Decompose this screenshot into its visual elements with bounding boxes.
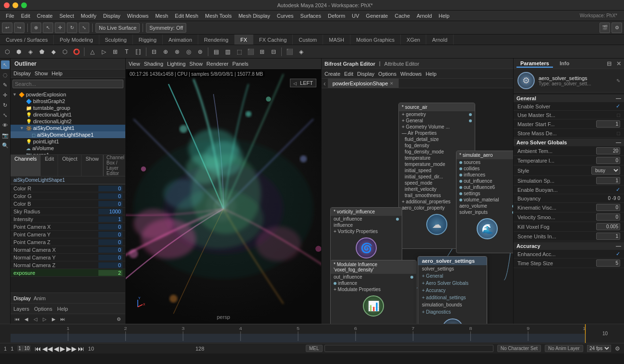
tab-sculpting[interactable]: Sculpting	[99, 35, 133, 45]
menu-display[interactable]: Display	[100, 12, 123, 20]
params-close-icon[interactable]: ✕	[616, 60, 621, 67]
tree-item-turntable[interactable]: 📁 turntable_group	[11, 105, 125, 111]
menu-edit[interactable]: Edit	[18, 12, 33, 20]
pb-next-key[interactable]: ⏭	[59, 315, 67, 323]
node-simulate-aero[interactable]: * simulate_aero sources collides influen…	[456, 151, 513, 253]
viewport-panel[interactable]: View Shading Lighting Show Renderer Pane…	[126, 59, 322, 324]
tool-5[interactable]: ◆	[48, 47, 59, 57]
tool-show-hide[interactable]: 👁	[1, 121, 10, 129]
pb-play-back[interactable]: ◁	[32, 315, 39, 323]
tool-17[interactable]: ⊛	[195, 47, 205, 57]
tool-11[interactable]: T	[121, 47, 132, 57]
tool-13[interactable]: ⊟	[149, 47, 159, 57]
kinematic-visc-input[interactable]	[596, 204, 620, 211]
help-tab-outliner[interactable]: Help	[57, 306, 68, 312]
bif-menu-create[interactable]: Create	[324, 71, 340, 77]
vp-menu-show[interactable]: Show	[190, 61, 203, 67]
fps-dropdown[interactable]: 24 fps 30 fps 60 fps	[587, 345, 611, 352]
select-btn[interactable]: ↖	[43, 23, 53, 33]
menu-uv[interactable]: UV	[349, 12, 362, 20]
params-tab-info[interactable]: Info	[556, 60, 573, 68]
tool-search[interactable]: 🔍	[1, 141, 10, 150]
tool-24[interactable]: ⬛	[284, 47, 295, 57]
layers-tab[interactable]: Layers	[13, 306, 29, 312]
vp-menu-renderer[interactable]: Renderer	[206, 61, 228, 67]
menu-windows[interactable]: Windows	[124, 12, 152, 20]
vp-menu-panels[interactable]: Panels	[232, 61, 249, 67]
tool-15[interactable]: ⊗	[172, 47, 182, 57]
style-dropdown[interactable]: busy fast slow	[591, 166, 620, 175]
outliner-search-input[interactable]	[12, 80, 123, 88]
tool-16[interactable]: ◎	[183, 47, 194, 57]
tree-item-powder-explosion[interactable]: ▼ 🔶 powderExplosion	[11, 91, 125, 98]
tool-23[interactable]: ⊟	[268, 47, 279, 57]
tree-item-point-light[interactable]: 💡 pointLight1	[11, 138, 125, 145]
tool-rotate[interactable]: ↻	[1, 101, 10, 109]
tool-select[interactable]: ↖	[1, 60, 10, 69]
menu-curves[interactable]: Curves	[274, 12, 297, 20]
bif-menu-options[interactable]: Options	[378, 71, 396, 77]
sim-speed-input[interactable]	[596, 177, 620, 184]
collapse-accuracy[interactable]: —	[616, 243, 621, 249]
menu-modify[interactable]: Modify	[78, 12, 99, 20]
bif-menu-windows[interactable]: Windows	[400, 71, 422, 77]
menu-cache[interactable]: Cache	[392, 12, 413, 20]
tool-2[interactable]: ⬢	[13, 47, 24, 57]
vp-menu-shading[interactable]: Shading	[144, 61, 163, 67]
tab-mash[interactable]: MASH	[323, 35, 350, 45]
render-btn[interactable]: 🎬	[600, 23, 610, 33]
time-step-size-input[interactable]	[596, 259, 620, 267]
popup-general[interactable]: + General	[418, 272, 487, 280]
maximize-button[interactable]	[21, 2, 27, 8]
tool-7[interactable]: ⭕	[71, 47, 82, 57]
tree-item-ai-volume[interactable]: ☁ aiVolume	[11, 145, 125, 152]
menu-mesh[interactable]: Mesh	[152, 12, 171, 20]
params-dock-icon[interactable]: ⊟	[607, 60, 612, 67]
display-tab[interactable]: Display	[13, 295, 31, 301]
menu-deform[interactable]: Deform	[325, 12, 348, 20]
tab-animation[interactable]: Animation	[163, 35, 198, 45]
tab-poly-modeling[interactable]: Poly Modeling	[54, 35, 99, 45]
tab-arnold[interactable]: Arnold	[426, 35, 454, 45]
ambient-temp-input[interactable]	[596, 147, 620, 154]
collapse-general[interactable]: —	[616, 95, 621, 101]
preferences-icon[interactable]: ⚙	[615, 345, 620, 352]
pb-next-key[interactable]: ▶▶	[66, 345, 77, 352]
symmetry-label[interactable]: Symmetry: Off	[146, 23, 186, 33]
bifrost-canvas[interactable]: * source_air + geometry + General + Geom…	[322, 88, 513, 324]
menu-help[interactable]: Help	[436, 12, 453, 20]
popup-aero-globals[interactable]: + Aero Solver Globals	[418, 280, 487, 287]
undo-btn[interactable]: ↩	[2, 23, 12, 33]
pb-to-start[interactable]: ⏮	[35, 345, 41, 352]
tab-rendering[interactable]: Rendering	[198, 35, 235, 45]
menu-file[interactable]: File	[3, 12, 17, 20]
tool-move[interactable]: ✛	[1, 91, 10, 99]
tab-fx[interactable]: FX	[235, 35, 253, 45]
tool-camera[interactable]: 📷	[1, 131, 10, 140]
options-tab[interactable]: Options	[34, 306, 52, 312]
bif-menu-display[interactable]: Display	[357, 71, 374, 77]
popup-solver-settings[interactable]: solver_settings	[418, 265, 487, 272]
menu-create[interactable]: Create	[34, 12, 56, 20]
tool-21[interactable]: ⬛	[245, 47, 256, 57]
section-general-header[interactable]: General —	[514, 94, 624, 102]
tab-xgen[interactable]: XGen	[401, 35, 426, 45]
transform-btn[interactable]: ⊕	[31, 23, 41, 33]
node-aero-solver-popup[interactable]: aero_solver_settings solver_settings + G…	[418, 256, 487, 324]
popup-accuracy[interactable]: + Accuracy	[418, 287, 487, 294]
popup-add-settings[interactable]: + additional_settings	[418, 294, 487, 301]
outliner-menu-help[interactable]: Help	[52, 70, 63, 76]
tool-scale[interactable]: ⤡	[1, 111, 10, 119]
rotate-btn[interactable]: ↻	[67, 23, 77, 33]
tab-motion-graphics[interactable]: Motion Graphics	[350, 35, 401, 45]
tab-rigging[interactable]: Rigging	[133, 35, 163, 45]
velocity-smoo-input[interactable]	[596, 213, 620, 221]
tab-custom[interactable]: Custom	[293, 35, 323, 45]
tool-10[interactable]: ⊞	[110, 47, 120, 57]
move-btn[interactable]: ✛	[55, 23, 65, 33]
tool-12[interactable]: ⟦⟧	[133, 47, 144, 57]
pb-prev-key[interactable]: ◀	[54, 345, 59, 352]
menu-arnold[interactable]: Arnold	[414, 12, 435, 20]
tool-25[interactable]: ◈	[296, 47, 306, 57]
anim-tab[interactable]: Anim	[34, 295, 46, 301]
